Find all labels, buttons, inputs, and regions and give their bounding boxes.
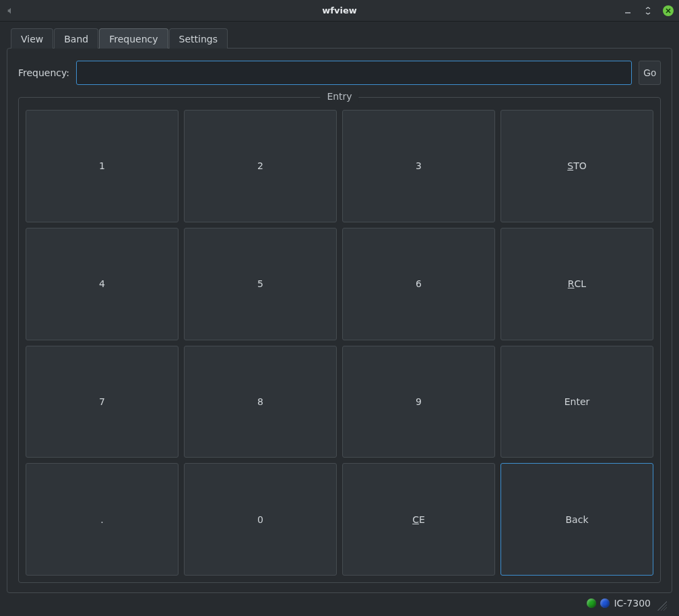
status-text: IC-7300 (614, 598, 651, 609)
tab-settings[interactable]: Settings (169, 28, 228, 49)
entry-legend: Entry (320, 91, 358, 102)
go-button[interactable]: Go (639, 61, 661, 85)
status-indicators (587, 598, 610, 608)
resize-grip-icon[interactable] (657, 601, 667, 611)
key-dot[interactable]: . (26, 463, 179, 576)
key-2[interactable]: 2 (184, 110, 337, 222)
tab-frequency[interactable]: Frequency (99, 28, 168, 49)
key-back[interactable]: Back (500, 463, 653, 576)
key-rcl[interactable]: RCL (500, 228, 653, 340)
client-area: ViewBandFrequencySettings Frequency: Go … (0, 22, 679, 616)
key-1[interactable]: 1 (26, 110, 179, 222)
key-7[interactable]: 7 (26, 346, 179, 458)
key-ce[interactable]: CE (342, 463, 495, 576)
app-window: wfview ViewBandFrequencySettings Frequen… (0, 0, 679, 616)
speaker-muted-icon (5, 5, 16, 16)
entry-group: Entry 123STO456RCL789Enter.0CEBack (18, 97, 661, 583)
status-indicator-green-icon (587, 598, 596, 608)
frequency-label: Frequency: (18, 67, 69, 78)
tab-bar: ViewBandFrequencySettings (11, 28, 672, 49)
key-8[interactable]: 8 (184, 346, 337, 458)
key-4[interactable]: 4 (26, 228, 179, 340)
tab-band[interactable]: Band (54, 28, 98, 49)
window-title: wfview (0, 5, 679, 16)
titlebar: wfview (0, 0, 679, 22)
frequency-row: Frequency: Go (18, 61, 661, 85)
key-enter[interactable]: Enter (500, 346, 653, 458)
key-9[interactable]: 9 (342, 346, 495, 458)
maximize-button[interactable] (643, 5, 653, 16)
minimize-button[interactable] (622, 5, 633, 16)
close-button[interactable] (663, 5, 674, 16)
tab-pane-frequency: Frequency: Go Entry 123STO456RCL789Enter… (7, 48, 672, 593)
status-bar: IC-7300 (7, 596, 672, 611)
key-5[interactable]: 5 (184, 228, 337, 340)
key-0[interactable]: 0 (184, 463, 337, 576)
frequency-input[interactable] (76, 61, 632, 85)
key-sto[interactable]: STO (500, 110, 653, 222)
status-indicator-blue-icon (600, 598, 610, 608)
key-3[interactable]: 3 (342, 110, 495, 222)
keypad: 123STO456RCL789Enter.0CEBack (26, 110, 653, 576)
tab-view[interactable]: View (11, 28, 53, 49)
window-controls (622, 5, 674, 16)
key-6[interactable]: 6 (342, 228, 495, 340)
